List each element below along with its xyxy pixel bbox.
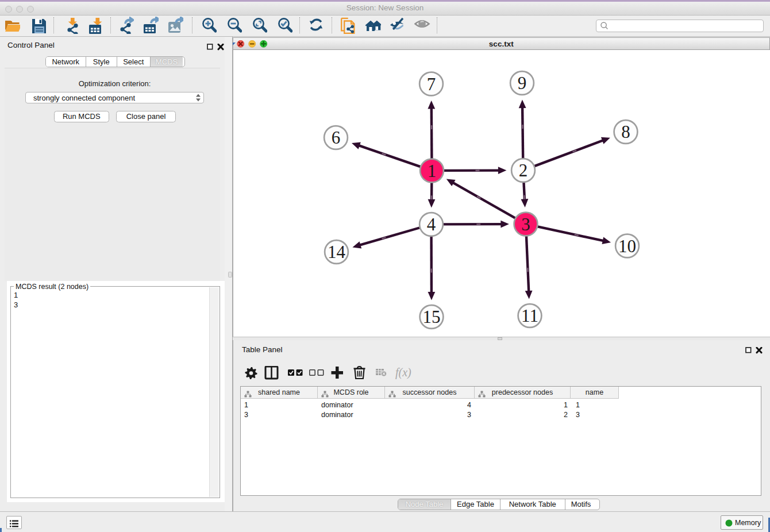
svg-text:f(x): f(x) [395,366,411,379]
svg-text:2: 2 [518,160,528,180]
svg-text:1: 1 [427,161,436,181]
svg-text:11: 11 [521,306,538,326]
svg-text:10: 10 [618,236,636,256]
svg-text:4: 4 [426,214,436,234]
svg-text:8: 8 [621,122,630,142]
svg-text:3: 3 [521,214,530,234]
svg-text:14: 14 [328,242,346,262]
svg-text:6: 6 [331,128,340,148]
svg-text:9: 9 [517,73,526,93]
svg-text:7: 7 [426,74,436,94]
svg-text:15: 15 [422,307,440,327]
